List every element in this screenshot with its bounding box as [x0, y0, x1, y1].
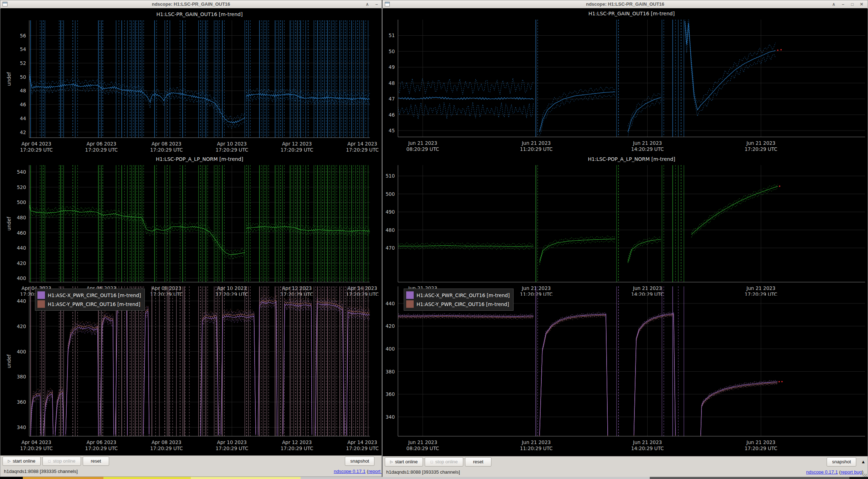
svg-text:Apr 08 2023: Apr 08 2023 — [152, 141, 181, 147]
minimize-icon[interactable]: – — [841, 2, 846, 7]
svg-text:360: 360 — [17, 399, 26, 405]
svg-text:Apr 08 2023: Apr 08 2023 — [152, 439, 181, 445]
plot-lsc-pop-a-lp-norm-right[interactable]: 510500490480470Jun 21 202308:20:29 UTCJu… — [384, 152, 868, 296]
svg-text:400: 400 — [386, 346, 395, 352]
svg-text:470: 470 — [386, 245, 395, 251]
svg-text:54: 54 — [20, 46, 26, 52]
legend-label: H1:ASC-Y_PWR_CIRC_OUT16 [m-trend] — [48, 301, 140, 307]
toolbar-left: ▷ start online ◻ stop online reset snaps… — [0, 455, 382, 466]
snapshot-button[interactable]: snapshot — [827, 457, 856, 467]
svg-text:17:20:29 UTC: 17:20:29 UTC — [150, 445, 183, 451]
stop-online-button[interactable]: ◻ stop online — [42, 457, 81, 466]
legend-swatch-icon — [406, 291, 414, 299]
svg-text:360: 360 — [386, 391, 395, 397]
svg-text:47: 47 — [389, 96, 395, 102]
report-bug-link[interactable]: report bug — [841, 469, 862, 475]
stop-online-button[interactable]: ◻ stop online — [425, 457, 463, 467]
legend-label: H1:ASC-Y_PWR_CIRC_OUT16 [m-trend] — [417, 301, 509, 307]
svg-text:50: 50 — [20, 74, 26, 80]
minimize-icon[interactable]: – — [374, 2, 379, 7]
svg-text:17:20:29 UTC: 17:20:29 UTC — [745, 445, 777, 451]
play-icon: ▷ — [390, 460, 393, 464]
svg-text:56: 56 — [20, 33, 26, 39]
svg-text:Jun 21 2023: Jun 21 2023 — [521, 140, 551, 146]
shade-icon[interactable]: ∧ — [365, 2, 370, 7]
ndscope-window-right: ndscope: H1:LSC-PR_GAIN_OUT16 ∧ – □ ✕ 51… — [382, 0, 868, 478]
start-online-button[interactable]: ▷ start online — [385, 457, 423, 467]
svg-text:510: 510 — [386, 173, 395, 179]
legend-swatch-icon — [37, 300, 45, 308]
svg-text:undef: undef — [6, 354, 12, 368]
svg-text:11:20:29 UTC: 11:20:29 UTC — [520, 146, 553, 152]
svg-text:H1:LSC-POP_A_LP_NORM [m-trend]: H1:LSC-POP_A_LP_NORM [m-trend] — [156, 156, 243, 162]
svg-text:Jun 21 2023: Jun 21 2023 — [746, 439, 775, 445]
svg-text:Jun 21 2023: Jun 21 2023 — [633, 439, 662, 445]
svg-text:420: 420 — [17, 323, 26, 329]
svg-text:420: 420 — [386, 323, 395, 329]
svg-text:46: 46 — [20, 102, 26, 107]
svg-text:17:20:29 UTC: 17:20:29 UTC — [85, 445, 118, 451]
svg-text:Apr 10 2023: Apr 10 2023 — [217, 439, 246, 445]
trace-legend: H1:ASC-X_PWR_CIRC_OUT16 [m-trend]H1:ASC-… — [404, 289, 514, 311]
plot-asc-pwr-circ-left[interactable]: 440420400380360340Apr 04 202317:20:29 UT… — [3, 284, 380, 455]
plot-grid-left: 5654525048464442Apr 04 202317:20:29 UTCA… — [1, 8, 381, 455]
svg-text:Apr 14 2023: Apr 14 2023 — [347, 141, 377, 147]
svg-text:Apr 04 2023: Apr 04 2023 — [21, 439, 51, 445]
scroll-up-icon[interactable]: ▲ — [861, 459, 866, 464]
start-online-button[interactable]: ▷ start online — [2, 457, 41, 466]
legend-swatch-icon — [37, 291, 45, 299]
svg-text:11:20:29 UTC: 11:20:29 UTC — [520, 445, 553, 451]
svg-text:Jun 21 2023: Jun 21 2023 — [633, 140, 662, 146]
maximize-icon[interactable]: □ — [850, 2, 855, 7]
svg-text:44: 44 — [20, 116, 26, 121]
svg-text:17:20:29 UTC: 17:20:29 UTC — [215, 445, 248, 451]
plot-lsc-pr-gain-left[interactable]: 5654525048464442Apr 04 202317:20:29 UTCA… — [3, 9, 380, 152]
svg-text:400: 400 — [17, 349, 26, 355]
snapshot-button[interactable]: snapshot — [345, 457, 374, 466]
svg-text:Apr 06 2023: Apr 06 2023 — [87, 439, 116, 445]
svg-text:480: 480 — [17, 215, 26, 220]
server-status: h1daqnds1:8088 [393335 channels] — [4, 469, 78, 474]
svg-text:H1:LSC-POP_A_LP_NORM [m-trend]: H1:LSC-POP_A_LP_NORM [m-trend] — [588, 156, 675, 162]
reset-button[interactable]: reset — [465, 457, 492, 467]
ndscope-window-left: ndscope: H1:LSC-PR_GAIN_OUT16 ∧ – □ ✕ 56… — [0, 0, 382, 477]
taskbar-strip — [0, 477, 868, 479]
statusbar-left: h1daqnds1:8088 [393335 channels] ndscope… — [0, 466, 382, 477]
close-icon[interactable]: ✕ — [859, 2, 864, 7]
svg-text:52: 52 — [20, 60, 26, 66]
plot-lsc-pr-gain-right[interactable]: 51504948474645Jun 21 202308:20:29 UTCJun… — [384, 9, 868, 152]
svg-text:440: 440 — [386, 301, 395, 306]
svg-text:Jun 21 2023: Jun 21 2023 — [408, 140, 437, 146]
svg-text:17:20:29 UTC: 17:20:29 UTC — [281, 445, 313, 451]
svg-text:500: 500 — [17, 199, 26, 205]
report-bug-link[interactable]: report bug — [368, 469, 382, 474]
plot-grid-right: 51504948474645Jun 21 202308:20:29 UTCJun… — [383, 8, 867, 456]
stop-icon: ◻ — [430, 460, 433, 464]
play-icon: ▷ — [8, 459, 11, 463]
svg-text:Jun 21 2023: Jun 21 2023 — [408, 439, 437, 445]
svg-text:08:20:29 UTC: 08:20:29 UTC — [407, 445, 439, 451]
svg-text:Jun 21 2023: Jun 21 2023 — [746, 140, 775, 146]
svg-text:undef: undef — [6, 72, 12, 86]
plot-lsc-pop-a-lp-norm-left[interactable]: 540520500480460440420400Apr 04 202317:20… — [3, 152, 380, 296]
svg-text:340: 340 — [386, 414, 395, 420]
titlebar-left[interactable]: ndscope: H1:LSC-PR_GAIN_OUT16 ∧ – □ ✕ — [0, 0, 382, 9]
svg-text:Apr 10 2023: Apr 10 2023 — [217, 141, 246, 147]
shade-icon[interactable]: ∧ — [831, 2, 836, 7]
legend-swatch-icon — [406, 300, 414, 308]
plot-asc-pwr-circ-right[interactable]: 440420400380360340Jun 21 202308:20:29 UT… — [384, 284, 868, 455]
ndscope-version-link[interactable]: ndscope 0.17.1 — [806, 469, 838, 475]
stop-icon: ◻ — [48, 459, 51, 463]
titlebar-right[interactable]: ndscope: H1:LSC-PR_GAIN_OUT16 ∧ – □ ✕ — [383, 0, 868, 9]
svg-text:420: 420 — [17, 260, 26, 266]
svg-text:520: 520 — [17, 184, 26, 190]
svg-text:400: 400 — [17, 275, 26, 281]
ndscope-version-link[interactable]: ndscope 0.17.1 — [334, 469, 366, 474]
reset-button[interactable]: reset — [83, 457, 109, 466]
svg-text:Jun 21 2023: Jun 21 2023 — [521, 439, 551, 445]
svg-text:380: 380 — [386, 369, 395, 374]
svg-text:48: 48 — [20, 88, 26, 93]
svg-text:08:20:29 UTC: 08:20:29 UTC — [407, 146, 439, 152]
svg-text:49: 49 — [389, 64, 395, 70]
legend-entry: H1:ASC-Y_PWR_CIRC_OUT16 [m-trend] — [37, 300, 141, 309]
